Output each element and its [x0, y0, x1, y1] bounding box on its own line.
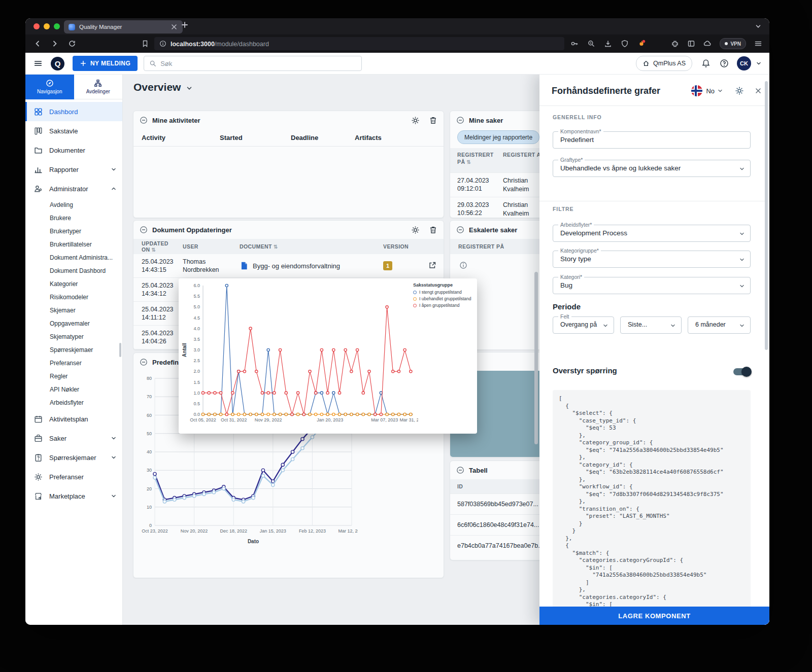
sidebar-item-preferanser[interactable]: Preferanser — [25, 357, 122, 370]
collapse-icon[interactable] — [456, 116, 464, 124]
page-title-chevron-icon[interactable] — [185, 84, 193, 92]
legend-item[interactable]: I stengt gruppetilstand — [413, 290, 475, 295]
collapse-icon[interactable] — [140, 358, 148, 366]
site-info-icon[interactable] — [159, 40, 166, 47]
browser-menu-icon[interactable] — [754, 40, 762, 48]
query-code-block[interactable]: [ { "$select": { "case_type_id": { "$eq"… — [553, 390, 751, 609]
language-chevron-icon[interactable] — [717, 87, 724, 94]
sidebar-item-dashbord[interactable]: Dashbord — [25, 102, 122, 121]
sidebar-item-marketplace[interactable]: Marketplace — [25, 486, 122, 506]
open-document-icon[interactable] — [428, 261, 436, 269]
doc-table-header: Updated on⇅ User Document⇅ Version — [133, 239, 444, 254]
language-label[interactable]: No — [706, 87, 715, 95]
sidebar-item-rapporter[interactable]: Rapporter — [25, 160, 122, 179]
sidebar-item-aktivitetsplan[interactable]: Aktivitetsplan — [25, 409, 122, 429]
reload-button[interactable] — [68, 40, 76, 48]
table-row[interactable]: 25.04.202314:43:15 Thomas Nordbrekken By… — [133, 254, 444, 278]
card-delete-icon[interactable] — [429, 116, 437, 125]
extensions-icon[interactable] — [671, 40, 679, 48]
sidebar-item-kategorier[interactable]: Kategorier — [25, 277, 122, 291]
sidebar-item-saker[interactable]: Saker — [25, 429, 122, 448]
workflow-select[interactable]: Arbeidsflyter* Development Process — [553, 225, 751, 242]
minimize-window-button[interactable] — [44, 23, 50, 29]
sidebar-toggle-icon[interactable] — [687, 40, 695, 48]
panel-close-icon[interactable] — [754, 87, 762, 95]
sidebar-item-skjematyper[interactable]: Skjematyper — [25, 330, 122, 343]
sidebar-item-sakstavle[interactable]: Sakstavle — [25, 121, 122, 140]
zoom-icon[interactable] — [587, 40, 595, 48]
notifications-icon[interactable] — [701, 59, 710, 68]
card-settings-icon[interactable] — [411, 116, 420, 125]
shield-icon[interactable] — [621, 40, 629, 48]
url-bar[interactable]: localhost:3000/module/dashboard — [154, 37, 564, 50]
extension-badge-icon[interactable] — [637, 40, 646, 48]
sidebar-item-dokument-administra-[interactable]: Dokument Administra... — [25, 251, 122, 264]
search-input[interactable]: Søk — [144, 56, 362, 71]
collapse-icon[interactable] — [140, 226, 148, 234]
siste-select[interactable]: Siste... — [620, 316, 682, 334]
browser-tab[interactable]: Quality Manager — [64, 20, 183, 33]
card-settings-icon[interactable] — [411, 226, 420, 234]
collapse-icon[interactable] — [140, 116, 148, 124]
maximize-window-button[interactable] — [54, 23, 60, 29]
sidebar-scrollbar[interactable] — [119, 343, 121, 357]
save-page-icon[interactable] — [604, 40, 612, 48]
org-button[interactable]: QmPlus AS — [636, 56, 692, 71]
sort-icon[interactable]: ⇅ — [274, 244, 278, 250]
norway-flag-icon[interactable] — [691, 85, 702, 96]
months-select[interactable]: 6 måneder — [688, 316, 751, 334]
app-menu-icon[interactable] — [33, 59, 43, 68]
card-delete-icon[interactable] — [429, 226, 437, 234]
sidebar-item-skjemaer[interactable]: Skjemaer — [25, 304, 122, 317]
filter-pill[interactable]: Meldinger jeg rapporterte — [457, 130, 539, 144]
felt-select[interactable]: Felt Overgang på — [553, 316, 614, 334]
forward-button[interactable] — [51, 40, 59, 48]
sidebar-item-preferanser[interactable]: Preferanser — [25, 467, 122, 486]
sidebar-tab-avdelinger[interactable]: Avdelinger — [74, 74, 123, 99]
legend-item[interactable]: I ubehandlet gruppetilstand — [413, 296, 475, 301]
main-scrollbar[interactable] — [534, 272, 538, 444]
password-icon[interactable] — [570, 40, 579, 48]
sidebar-item-risikomodeler[interactable]: Risikomodeler — [25, 291, 122, 304]
close-window-button[interactable] — [33, 23, 40, 29]
panel-scrollbar[interactable] — [765, 81, 768, 350]
new-tab-button[interactable] — [181, 21, 189, 29]
sidebar-item-spørreskjemaer[interactable]: Spørreskjemaer — [25, 343, 122, 357]
sidebar-item-brukertyper[interactable]: Brukertyper — [25, 225, 122, 238]
sidebar-item-dokument-dashbord[interactable]: Dokument Dashbord — [25, 264, 122, 277]
legend-item[interactable]: I åpen gruppetilstand — [413, 303, 475, 308]
sidebar-item-brukertillatelser[interactable]: Brukertillatelser — [25, 238, 122, 251]
account-chevron-icon[interactable] — [755, 60, 762, 67]
category-group-select[interactable]: Kategorigruppe* Story type — [553, 251, 751, 268]
back-button[interactable] — [33, 40, 42, 48]
panel-settings-icon[interactable] — [735, 86, 744, 95]
sort-icon[interactable]: ⇅ — [466, 159, 471, 165]
sort-icon[interactable]: ⇅ — [152, 247, 156, 253]
list-tabs-icon[interactable] — [754, 22, 762, 30]
graphtype-select[interactable]: Graftype* Ubehandlede vs åpne og lukkede… — [553, 160, 751, 177]
vpn-badge[interactable]: VPN — [720, 38, 746, 49]
collapse-icon[interactable] — [456, 466, 464, 474]
bookmark-icon[interactable] — [141, 40, 149, 48]
sync-icon[interactable] — [703, 40, 712, 48]
collapse-icon[interactable] — [456, 226, 464, 234]
sidebar-item-spørreskjemaer[interactable]: Spørreskjemaer — [25, 448, 122, 467]
sidebar-item-oppgavemaler[interactable]: Oppgavemaler — [25, 317, 122, 330]
save-component-button[interactable]: LAGRE KOMPONENT — [539, 607, 769, 625]
help-icon[interactable] — [720, 59, 729, 68]
sidebar-item-regler[interactable]: Regler — [25, 370, 122, 383]
category-select[interactable]: Kategori* Bug — [553, 277, 751, 294]
sidebar-item-api-nøkler[interactable]: API Nøkler — [25, 383, 122, 396]
sidebar-item-arbeidsflyter[interactable]: Arbeidsflyter — [25, 396, 122, 409]
tab-close-icon[interactable] — [170, 23, 178, 31]
override-query-toggle[interactable] — [733, 368, 751, 375]
sidebar-item-administrator[interactable]: Administrator — [25, 179, 122, 198]
sidebar-item-dokumenter[interactable]: Dokumenter — [25, 140, 122, 160]
sidebar-item-avdeling[interactable]: Avdeling — [25, 198, 122, 211]
new-message-button[interactable]: NY MELDING — [73, 56, 138, 71]
sidebar-item-brukere[interactable]: Brukere — [25, 211, 122, 225]
app-logo[interactable]: Q — [51, 57, 64, 70]
component-name-field[interactable]: Komponentnavn* Predefinert — [553, 131, 751, 149]
sidebar-tab-navigasjon[interactable]: Navigasjon — [25, 74, 74, 99]
avatar[interactable]: CK — [737, 56, 751, 70]
